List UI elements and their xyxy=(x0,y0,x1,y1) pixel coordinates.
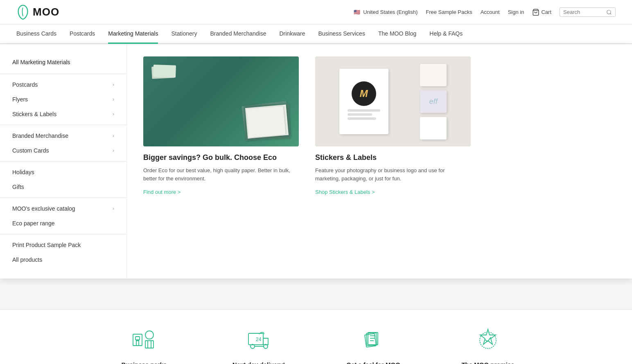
svg-rect-3 xyxy=(153,65,176,78)
nav-stationery[interactable]: Stationery xyxy=(171,25,197,44)
menu-item-eco-paper[interactable]: Eco paper range xyxy=(0,216,126,231)
chevron-icon: › xyxy=(113,111,114,117)
nav-postcards[interactable]: Postcards xyxy=(70,25,95,44)
nav-moo-blog[interactable]: The MOO Blog xyxy=(378,25,416,44)
menu-item-gifts[interactable]: Gifts xyxy=(0,180,126,194)
logo-text: MOO xyxy=(33,6,59,18)
eco-card-link[interactable]: Find out more > xyxy=(143,189,181,195)
perk-promise: The MOO promise We move heaven and earth… xyxy=(431,326,545,364)
menu-item-catalog[interactable]: MOO's exclusive catalog › xyxy=(0,201,126,216)
sticker-text-lines xyxy=(348,109,380,121)
delivery-icon: 24 xyxy=(244,326,273,355)
top-right-nav: 🇺🇸 United States (English) Free Sample P… xyxy=(354,7,616,17)
left-menu: All Marketing Materials Postcards › Flye… xyxy=(0,44,127,279)
svg-point-1 xyxy=(607,10,611,13)
eco-card-description: Order Eco for our best value, high quali… xyxy=(143,166,299,182)
svg-rect-6 xyxy=(136,341,139,346)
menu-item-flyers[interactable]: Flyers › xyxy=(0,92,126,107)
stickers-card-image: M eff xyxy=(315,56,471,146)
promo-card-eco: Bigger savings? Go bulk. Choose Eco Orde… xyxy=(143,56,299,266)
sticker-small-1 xyxy=(420,64,447,86)
dropdown-panel: All Marketing Materials Postcards › Flye… xyxy=(0,44,632,279)
sticker-small-2: eff xyxy=(420,90,447,113)
search-box[interactable] xyxy=(560,7,616,17)
logo[interactable]: MOO xyxy=(16,4,59,20)
promise-icon xyxy=(474,326,502,355)
perk-sample: Get a feel for MOO Order a sample pack s… xyxy=(316,326,431,364)
promo-card-stickers: M eff xyxy=(315,56,471,266)
sticker-small-3 xyxy=(420,117,447,139)
perk-promise-title: The MOO promise xyxy=(439,361,537,364)
perk-delivery: 24 Next day delivery! Available on selec… xyxy=(201,326,316,364)
perk-business-title: Business perks xyxy=(95,361,193,364)
flag-icon: 🇺🇸 xyxy=(354,9,360,15)
perk-business: Business perks Get more discounts and ex… xyxy=(87,326,201,364)
sign-in-link[interactable]: Sign in xyxy=(508,9,524,15)
business-perks-icon xyxy=(130,326,158,355)
sticker-sample-large: M xyxy=(339,69,388,134)
all-marketing-materials-link[interactable]: All Marketing Materials xyxy=(12,57,114,67)
chevron-icon: › xyxy=(113,82,114,88)
menu-item-all-products[interactable]: All products xyxy=(0,252,126,267)
perks-bar: Business perks Get more discounts and ex… xyxy=(0,309,632,364)
menu-section-1: Postcards › Flyers › Stickers & Labels › xyxy=(0,74,126,125)
svg-text:24: 24 xyxy=(256,337,262,342)
search-icon xyxy=(606,9,612,15)
menu-item-postcards[interactable]: Postcards › xyxy=(0,77,126,92)
nav-business-cards[interactable]: Business Cards xyxy=(16,25,56,44)
menu-section-2: Branded Merchandise › Custom Cards › xyxy=(0,125,126,162)
free-samples-link[interactable]: Free Sample Packs xyxy=(426,9,472,15)
sticker-logo-circle: M xyxy=(352,81,376,106)
cart-label: Cart xyxy=(541,9,551,15)
nav-business-services[interactable]: Business Services xyxy=(318,25,365,44)
menu-section-4: MOO's exclusive catalog › Eco paper rang… xyxy=(0,198,126,234)
perk-delivery-title: Next day delivery! xyxy=(210,361,308,364)
menu-item-branded-merchandise[interactable]: Branded Merchandise › xyxy=(0,128,126,143)
sticker-visual: M eff xyxy=(315,56,471,146)
nav-drinkware[interactable]: Drinkware xyxy=(279,25,305,44)
menu-item-holidays[interactable]: Holidays xyxy=(0,165,126,180)
account-link[interactable]: Account xyxy=(481,9,500,15)
chevron-icon: › xyxy=(113,97,114,102)
perk-sample-title: Get a feel for MOO xyxy=(324,361,422,364)
svg-rect-8 xyxy=(145,341,153,348)
eco-card-title: Bigger savings? Go bulk. Choose Eco xyxy=(143,153,299,162)
menu-section-5: Print Product Sample Pack All products xyxy=(0,234,126,270)
stickers-card-description: Feature your photography or business log… xyxy=(315,166,471,182)
chevron-icon: › xyxy=(113,148,114,153)
promo-content: Bigger savings? Go bulk. Choose Eco Orde… xyxy=(127,44,632,279)
region-selector[interactable]: 🇺🇸 United States (English) xyxy=(354,9,418,15)
top-bar: MOO 🇺🇸 United States (English) Free Samp… xyxy=(0,0,632,25)
sticker-m-letter: M xyxy=(360,88,368,99)
nav-bar: Business Cards Postcards Marketing Mater… xyxy=(0,25,632,44)
nav-marketing-materials[interactable]: Marketing Materials xyxy=(108,25,158,44)
svg-rect-5 xyxy=(135,337,140,340)
chevron-icon: › xyxy=(113,206,114,211)
menu-item-sample-pack[interactable]: Print Product Sample Pack xyxy=(0,238,126,252)
nav-branded-merchandise[interactable]: Branded Merchandise xyxy=(210,25,266,44)
svg-point-7 xyxy=(145,331,153,339)
chevron-icon: › xyxy=(113,133,114,139)
menu-item-stickers-labels[interactable]: Stickers & Labels › xyxy=(0,107,126,121)
search-input[interactable] xyxy=(563,9,604,15)
menu-item-custom-cards[interactable]: Custom Cards › xyxy=(0,143,126,158)
eco-card-image xyxy=(143,56,299,146)
cart-button[interactable]: Cart xyxy=(532,9,551,16)
nav-help-faqs[interactable]: Help & FAQs xyxy=(429,25,463,44)
sample-icon xyxy=(359,326,388,355)
stickers-card-title: Stickers & Labels xyxy=(315,153,471,162)
menu-section-3: Holidays Gifts xyxy=(0,162,126,198)
sticker-small-stack: eff xyxy=(420,64,447,139)
dropdown-overlay: All Marketing Materials Postcards › Flye… xyxy=(0,44,632,279)
stickers-card-link[interactable]: Shop Stickers & Labels > xyxy=(315,189,375,195)
